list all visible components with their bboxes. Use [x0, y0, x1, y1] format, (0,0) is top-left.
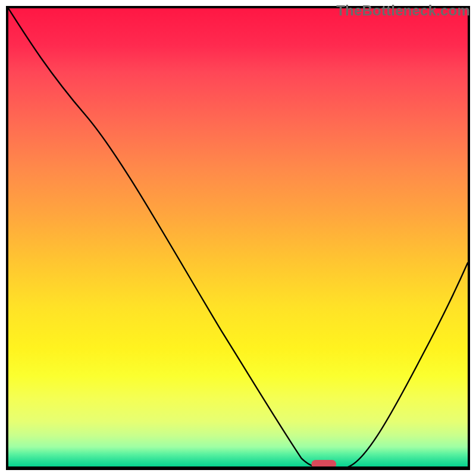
plot-area	[6, 6, 470, 470]
chart-container: TheBottleneck.com	[0, 0, 476, 476]
curve-layer	[8, 8, 468, 468]
x-axis-baseline	[8, 466, 468, 468]
bottleneck-curve-line	[8, 8, 468, 468]
watermark-text: TheBottleneck.com	[336, 2, 470, 19]
